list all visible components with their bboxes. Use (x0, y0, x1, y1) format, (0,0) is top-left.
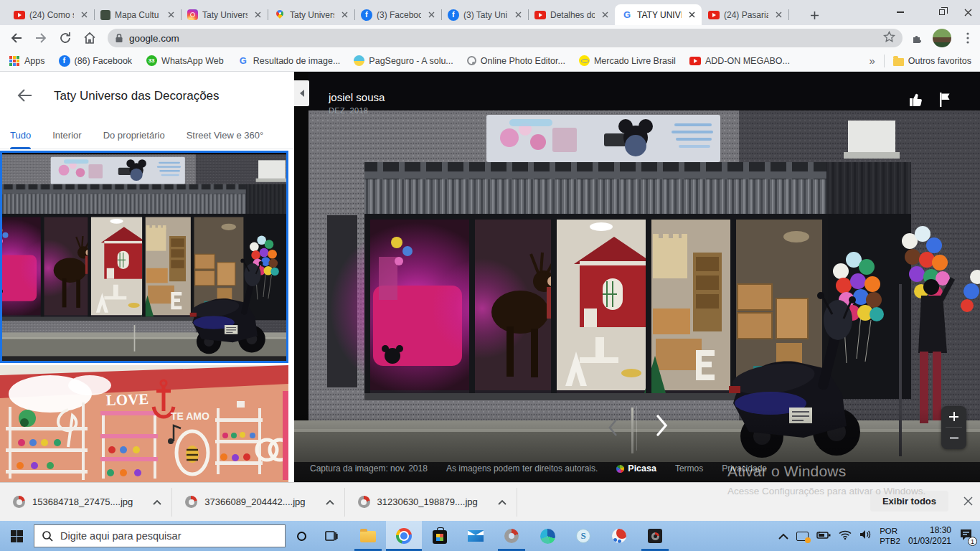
flag-icon[interactable] (938, 92, 951, 110)
browser-tab[interactable]: (3) Taty Uni (441, 4, 528, 25)
browser-tab-active[interactable]: TATY UNIVE (615, 4, 702, 25)
tab-tudo[interactable]: Tudo (10, 122, 31, 149)
photo-author[interactable]: josiel sousa (329, 91, 385, 103)
taskbar-search[interactable] (34, 524, 286, 547)
address-bar[interactable]: google.com (108, 29, 903, 47)
close-window-button[interactable] (956, 0, 980, 24)
search-input[interactable] (60, 530, 254, 542)
download-item[interactable]: 37366089_204442....jpg (172, 483, 344, 521)
taskbar-store[interactable] (422, 521, 458, 551)
browser-tab[interactable]: (24) Como s (7, 4, 94, 25)
download-filename: 153684718_27475....jpg (32, 496, 133, 507)
language-indicator[interactable]: PORPTB2 (880, 526, 900, 546)
browser-tab[interactable]: (3) Faceboo (354, 4, 441, 25)
plus-icon (949, 412, 958, 421)
previous-photo-arrow[interactable] (607, 418, 618, 441)
bookmark-apps[interactable]: Apps (9, 55, 45, 67)
home-button[interactable] (80, 29, 99, 47)
tab-close-icon[interactable] (686, 9, 697, 21)
cortana-button[interactable] (287, 521, 316, 551)
facebook-icon (361, 9, 372, 21)
tray-display-icon[interactable] (796, 532, 809, 541)
photo-viewer: josiel sousa DEZ. 2018 Captura da imagem… (294, 72, 980, 482)
tray-chevron-icon[interactable] (778, 529, 788, 542)
tab-close-icon[interactable] (78, 9, 90, 21)
windows-activation-watermark-line2: Acesse Configurações para ativar o Windo… (727, 486, 925, 496)
reload-button[interactable] (56, 29, 75, 47)
picasa-attribution[interactable]: Picasa (616, 463, 656, 474)
image-file-icon (13, 496, 25, 508)
start-button[interactable] (0, 521, 33, 551)
bookmark-whatsapp[interactable]: 33WhatsApp Web (146, 55, 224, 67)
tab-interior[interactable]: Interior (52, 122, 81, 149)
browser-tab[interactable]: Taty Univers (181, 4, 268, 25)
tab-close-icon[interactable] (425, 9, 437, 21)
bookmark-youtube-addon[interactable]: ADD-ON MEGABO... (689, 56, 790, 66)
battery-icon[interactable] (816, 529, 831, 542)
taskbar-photo-editor-app[interactable] (601, 521, 637, 551)
other-favorites-folder[interactable]: Outros favoritos (893, 56, 971, 66)
download-item[interactable]: 31230630_198879....jpg (345, 483, 517, 521)
notification-icon[interactable]: 1 (959, 529, 973, 543)
download-item[interactable]: 153684718_27475....jpg (0, 483, 171, 521)
browser-tab[interactable]: (24) Pasaria (702, 4, 788, 25)
minimize-button[interactable] (888, 0, 913, 24)
taskbar-chrome[interactable] (386, 521, 422, 551)
bookmark-mercadolivre[interactable]: Mercado Livre Brasil (579, 55, 676, 66)
close-shelf-icon[interactable] (963, 496, 973, 509)
thumbnail-interior[interactable]: LOVE TE AMO (0, 365, 288, 482)
browser-tab[interactable]: Mapa Cultu (94, 4, 181, 25)
next-photo-arrow[interactable] (654, 413, 669, 441)
tab-close-icon[interactable] (512, 9, 524, 21)
clock[interactable]: 18:3001/03/2021 (908, 525, 951, 547)
chevron-up-icon[interactable] (498, 496, 507, 507)
picasa-app-icon (504, 529, 519, 543)
tab-close-icon[interactable] (773, 9, 784, 21)
taskbar-s-app[interactable]: S (565, 521, 601, 551)
chevron-up-icon[interactable] (326, 496, 334, 507)
browser-tab[interactable]: Detalhes do (528, 4, 615, 25)
bookmark-photo-editor[interactable]: Online Photo Editor... (467, 56, 565, 66)
wifi-icon[interactable] (839, 529, 852, 542)
terms-link[interactable]: Termos (675, 463, 703, 474)
google-maps-icon (274, 9, 286, 21)
taskbar-dark-app[interactable] (637, 521, 673, 551)
zoom-out-button[interactable] (941, 428, 966, 448)
extensions-icon[interactable] (908, 29, 927, 47)
tab-title: (24) Pasaria (724, 10, 768, 20)
task-view-button[interactable] (317, 521, 346, 551)
bookmarks-overflow-chevron[interactable]: » (869, 55, 875, 67)
browser-tab[interactable]: Taty Univers (268, 4, 354, 25)
taskbar-edge[interactable] (529, 521, 565, 551)
bookmark-google-images[interactable]: Resultado de image... (237, 55, 341, 67)
bookmark-pagseguro[interactable]: PagSeguro - A solu... (354, 55, 453, 66)
taskbar-photo-app[interactable] (494, 521, 529, 551)
tab-do-proprietario[interactable]: Do proprietário (103, 122, 165, 149)
tab-close-icon[interactable] (165, 9, 176, 21)
collapse-panel-button[interactable] (294, 80, 309, 106)
volume-icon[interactable] (859, 529, 872, 542)
forward-button[interactable] (32, 29, 50, 47)
thumbs-up-icon[interactable] (908, 92, 924, 110)
thumbnail-storefront-selected[interactable] (0, 151, 288, 363)
taskbar-file-explorer[interactable] (350, 521, 386, 551)
taskbar-mail[interactable] (458, 521, 494, 551)
bookmark-facebook[interactable]: (86) Facebook (59, 55, 133, 67)
chevron-up-icon[interactable] (153, 496, 161, 507)
tab-close-icon[interactable] (339, 9, 350, 21)
tab-close-icon[interactable] (252, 9, 263, 21)
back-button[interactable] (7, 29, 26, 47)
panel-back-button[interactable] (16, 86, 34, 108)
zoom-in-button[interactable] (941, 406, 966, 427)
new-tab-button[interactable] (805, 6, 824, 24)
avatar[interactable] (933, 29, 951, 47)
edge-icon (540, 529, 555, 544)
bookmark-star-icon[interactable] (883, 31, 895, 45)
tab-close-icon[interactable] (599, 9, 611, 21)
menu-icon[interactable] (958, 29, 977, 47)
main-photo[interactable] (294, 72, 980, 482)
restore-button[interactable] (930, 0, 954, 24)
picasa-icon (616, 465, 624, 473)
tab-street-view[interactable]: Street View e 360° (187, 122, 264, 149)
photo-editor-icon (612, 529, 626, 543)
